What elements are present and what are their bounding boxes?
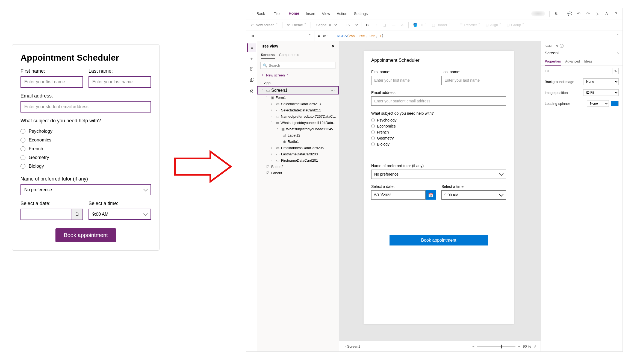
subject-radio-biology[interactable]: Biology: [20, 162, 151, 171]
calendar-icon[interactable]: 🗓: [72, 209, 83, 220]
c-date-input[interactable]: [371, 190, 426, 200]
help-icon[interactable]: ?: [560, 44, 564, 48]
c-radio-biology[interactable]: Biology: [371, 141, 506, 147]
property-select[interactable]: Fill˅: [246, 31, 314, 41]
spinner-color-swatch[interactable]: [611, 101, 619, 106]
font-select[interactable]: Segoe UI: [313, 22, 338, 28]
c-tutor-select[interactable]: No preference: [371, 170, 506, 179]
tab-components[interactable]: Components: [279, 51, 299, 59]
tree-node[interactable]: ˅▭Whatsubjectdoyouneed1124DataCar...: [257, 120, 339, 126]
tree-node-app[interactable]: ⊞App: [257, 80, 339, 86]
font-size-select[interactable]: 15: [343, 22, 359, 28]
tab-properties[interactable]: Properties: [545, 58, 561, 66]
font-color-icon[interactable]: A: [399, 21, 406, 29]
tree-node[interactable]: ›▭EmailaddressDataCard205: [257, 145, 339, 151]
new-screen-button[interactable]: ＋New screen ˅: [257, 72, 339, 80]
tree-node[interactable]: ˅▦Whatsubjectdoyouneed1124Vert...: [257, 126, 339, 132]
border-button[interactable]: ▢Border ˅: [430, 22, 453, 28]
back-button[interactable]: ←Back: [249, 11, 268, 16]
tree-node[interactable]: ›▭SelectatimeDataCard213: [257, 101, 339, 107]
c-email-input[interactable]: [371, 96, 506, 106]
bgimg-select[interactable]: None: [583, 78, 619, 85]
tree-node[interactable]: ☑Label12: [257, 132, 339, 138]
tree-node[interactable]: ›▭SelectadateDataCard211: [257, 107, 339, 113]
tools-rail-icon[interactable]: 🛠: [247, 87, 256, 96]
c-calendar-icon[interactable]: 📅: [426, 190, 436, 200]
app-checker-icon[interactable]: ᕒ: [552, 10, 560, 17]
tab-screens[interactable]: Screens: [261, 51, 275, 59]
imgpos-select[interactable]: 🖼 Fit: [583, 89, 619, 96]
c-radio-geometry[interactable]: Geometry: [371, 135, 506, 141]
insert-rail-icon[interactable]: ＋: [247, 54, 256, 63]
subject-radio-economics[interactable]: Economics: [20, 136, 151, 144]
last-name-input[interactable]: [89, 76, 151, 88]
tree-node[interactable]: ☑Button2: [257, 164, 339, 170]
group-button[interactable]: ⊡Group ˅: [505, 22, 526, 28]
comments-icon[interactable]: 💬: [566, 10, 573, 17]
tree-node[interactable]: ◉Radio1: [257, 138, 339, 145]
c-time-select[interactable]: 9:00 AM: [441, 190, 506, 200]
c-last-name-input[interactable]: [441, 76, 506, 85]
chevron-down-icon: ˅: [261, 89, 265, 92]
c-radio-psychology[interactable]: Psychology: [371, 117, 506, 123]
date-input[interactable]: [20, 209, 72, 220]
new-screen-button[interactable]: ▭New screen ˅: [249, 22, 280, 28]
tab-view[interactable]: View: [319, 9, 334, 18]
c-book-button[interactable]: Book appointment: [390, 235, 488, 245]
c-first-name-input[interactable]: [371, 76, 436, 85]
media-rail-icon[interactable]: 🖼: [247, 76, 256, 85]
tree-search-input[interactable]: 🔍Search: [260, 62, 335, 69]
tree-node-screen1[interactable]: ˅▭Screen1⋯: [257, 86, 339, 94]
zoom-out-icon[interactable]: −: [472, 344, 474, 348]
tab-insert[interactable]: Insert: [303, 9, 319, 18]
fill-button[interactable]: 🪣Fill ˅: [411, 22, 429, 28]
tab-advanced[interactable]: Advanced: [565, 58, 580, 66]
email-input[interactable]: [20, 101, 151, 113]
tab-ideas[interactable]: Ideas: [584, 58, 592, 66]
c-radio-economics[interactable]: Economics: [371, 123, 506, 129]
zoom-in-icon[interactable]: +: [518, 344, 520, 348]
data-rail-icon[interactable]: 🗄: [247, 65, 256, 74]
help-icon[interactable]: ?: [612, 10, 620, 17]
time-select[interactable]: 9:00 AM: [89, 209, 151, 220]
tree-view-icon[interactable]: ≡: [247, 43, 256, 52]
close-icon[interactable]: ✕: [332, 44, 335, 48]
first-name-input[interactable]: [20, 76, 83, 88]
tutor-select[interactable]: No preference: [20, 184, 151, 195]
fullscreen-icon[interactable]: ⤢: [534, 344, 537, 348]
bold-icon[interactable]: B: [364, 21, 371, 29]
book-appointment-button[interactable]: Book appointment: [55, 228, 116, 242]
more-icon[interactable]: ⋯: [331, 88, 337, 93]
subject-radio-geometry[interactable]: Geometry: [20, 153, 151, 162]
theme-button[interactable]: AᵃTheme ˅: [285, 22, 308, 28]
share-icon[interactable]: ᐱ: [603, 10, 610, 17]
align-button[interactable]: ⊟Align ˅: [483, 22, 503, 28]
redo-icon[interactable]: ↷: [584, 10, 592, 17]
reorder-button[interactable]: ☰Reorder ˅: [457, 22, 482, 28]
expand-formula-icon[interactable]: ˅: [613, 31, 623, 41]
subject-radio-french[interactable]: French: [20, 144, 151, 153]
tree-node-form1[interactable]: ˅▣Form1: [257, 94, 339, 101]
chevron-right-icon[interactable]: ›: [617, 51, 619, 55]
tab-file[interactable]: File: [270, 9, 283, 18]
c-radio-french[interactable]: French: [371, 129, 506, 135]
formula-input[interactable]: RGBA(255, 255, 255, 1): [335, 34, 613, 38]
tab-settings[interactable]: Settings: [351, 9, 371, 18]
italic-icon[interactable]: I: [372, 21, 380, 29]
tree-node[interactable]: ›▭FirstnameDataCard201: [257, 157, 339, 164]
tree-node[interactable]: ›▭Nameofpreferredtutor7257DataCar...: [257, 113, 339, 120]
undo-icon[interactable]: ↶: [575, 10, 583, 17]
tab-home[interactable]: Home: [285, 9, 303, 18]
subject-radio-psychology[interactable]: Psychology: [20, 127, 151, 136]
zoom-slider[interactable]: [477, 346, 515, 347]
tree-node[interactable]: ›▭LastnameDataCard203: [257, 151, 339, 157]
tree-node[interactable]: ☑Label8: [257, 170, 339, 176]
edit-icon[interactable]: ✎: [612, 68, 619, 74]
underline-icon[interactable]: U: [381, 21, 389, 29]
tab-action[interactable]: Action: [334, 9, 351, 18]
canvas-screen1[interactable]: Appointment Scheduler First name: Last n…: [364, 51, 514, 324]
strike-icon[interactable]: ―: [390, 21, 397, 29]
fx-icon[interactable]: fx˅: [323, 34, 335, 38]
play-icon[interactable]: ▷: [594, 10, 601, 17]
spinner-select[interactable]: None: [587, 100, 609, 107]
